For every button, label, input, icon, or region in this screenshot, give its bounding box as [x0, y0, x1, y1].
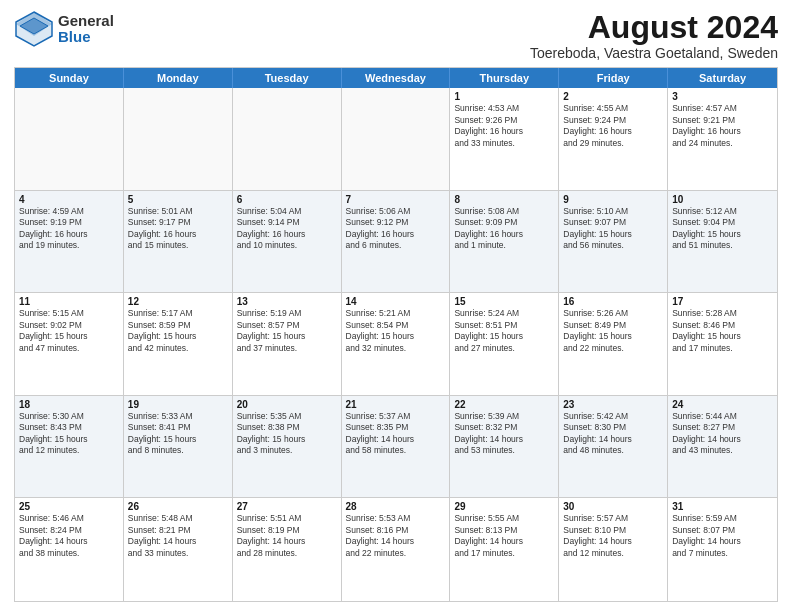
day-info: Sunrise: 5:51 AM Sunset: 8:19 PM Dayligh… — [237, 513, 337, 559]
day-info: Sunrise: 5:35 AM Sunset: 8:38 PM Dayligh… — [237, 411, 337, 457]
calendar-cell: 19Sunrise: 5:33 AM Sunset: 8:41 PM Dayli… — [124, 396, 233, 498]
calendar-cell: 26Sunrise: 5:48 AM Sunset: 8:21 PM Dayli… — [124, 498, 233, 601]
day-info: Sunrise: 5:06 AM Sunset: 9:12 PM Dayligh… — [346, 206, 446, 252]
day-number: 2 — [563, 91, 663, 102]
day-number: 7 — [346, 194, 446, 205]
calendar-cell: 22Sunrise: 5:39 AM Sunset: 8:32 PM Dayli… — [450, 396, 559, 498]
logo: General Blue — [14, 10, 114, 48]
calendar-cell: 10Sunrise: 5:12 AM Sunset: 9:04 PM Dayli… — [668, 191, 777, 293]
day-number: 19 — [128, 399, 228, 410]
calendar-cell: 2Sunrise: 4:55 AM Sunset: 9:24 PM Daylig… — [559, 88, 668, 190]
day-info: Sunrise: 5:39 AM Sunset: 8:32 PM Dayligh… — [454, 411, 554, 457]
day-number: 10 — [672, 194, 773, 205]
day-info: Sunrise: 5:53 AM Sunset: 8:16 PM Dayligh… — [346, 513, 446, 559]
page: General Blue August 2024 Toereboda, Vaes… — [0, 0, 792, 612]
day-number: 13 — [237, 296, 337, 307]
calendar-cell: 11Sunrise: 5:15 AM Sunset: 9:02 PM Dayli… — [15, 293, 124, 395]
calendar-cell: 24Sunrise: 5:44 AM Sunset: 8:27 PM Dayli… — [668, 396, 777, 498]
day-number: 16 — [563, 296, 663, 307]
calendar-header-cell: Saturday — [668, 68, 777, 88]
day-info: Sunrise: 4:55 AM Sunset: 9:24 PM Dayligh… — [563, 103, 663, 149]
day-number: 14 — [346, 296, 446, 307]
day-info: Sunrise: 5:12 AM Sunset: 9:04 PM Dayligh… — [672, 206, 773, 252]
calendar-cell: 4Sunrise: 4:59 AM Sunset: 9:19 PM Daylig… — [15, 191, 124, 293]
day-info: Sunrise: 5:01 AM Sunset: 9:17 PM Dayligh… — [128, 206, 228, 252]
day-number: 18 — [19, 399, 119, 410]
day-info: Sunrise: 5:55 AM Sunset: 8:13 PM Dayligh… — [454, 513, 554, 559]
day-info: Sunrise: 5:21 AM Sunset: 8:54 PM Dayligh… — [346, 308, 446, 354]
day-number: 17 — [672, 296, 773, 307]
day-info: Sunrise: 5:42 AM Sunset: 8:30 PM Dayligh… — [563, 411, 663, 457]
calendar-cell: 1Sunrise: 4:53 AM Sunset: 9:26 PM Daylig… — [450, 88, 559, 190]
day-number: 21 — [346, 399, 446, 410]
calendar-cell: 3Sunrise: 4:57 AM Sunset: 9:21 PM Daylig… — [668, 88, 777, 190]
day-number: 22 — [454, 399, 554, 410]
logo-text: General Blue — [58, 13, 114, 46]
calendar-header-cell: Tuesday — [233, 68, 342, 88]
day-info: Sunrise: 5:30 AM Sunset: 8:43 PM Dayligh… — [19, 411, 119, 457]
day-number: 27 — [237, 501, 337, 512]
calendar-cell: 21Sunrise: 5:37 AM Sunset: 8:35 PM Dayli… — [342, 396, 451, 498]
day-info: Sunrise: 5:46 AM Sunset: 8:24 PM Dayligh… — [19, 513, 119, 559]
day-info: Sunrise: 5:48 AM Sunset: 8:21 PM Dayligh… — [128, 513, 228, 559]
day-info: Sunrise: 5:15 AM Sunset: 9:02 PM Dayligh… — [19, 308, 119, 354]
calendar-cell: 29Sunrise: 5:55 AM Sunset: 8:13 PM Dayli… — [450, 498, 559, 601]
calendar-week: 11Sunrise: 5:15 AM Sunset: 9:02 PM Dayli… — [15, 293, 777, 396]
calendar-cell: 12Sunrise: 5:17 AM Sunset: 8:59 PM Dayli… — [124, 293, 233, 395]
calendar-week: 18Sunrise: 5:30 AM Sunset: 8:43 PM Dayli… — [15, 396, 777, 499]
day-number: 29 — [454, 501, 554, 512]
day-number: 24 — [672, 399, 773, 410]
day-number: 31 — [672, 501, 773, 512]
day-number: 25 — [19, 501, 119, 512]
calendar-week: 25Sunrise: 5:46 AM Sunset: 8:24 PM Dayli… — [15, 498, 777, 601]
day-number: 26 — [128, 501, 228, 512]
day-number: 12 — [128, 296, 228, 307]
day-info: Sunrise: 4:57 AM Sunset: 9:21 PM Dayligh… — [672, 103, 773, 149]
day-info: Sunrise: 5:08 AM Sunset: 9:09 PM Dayligh… — [454, 206, 554, 252]
day-number: 20 — [237, 399, 337, 410]
day-number: 5 — [128, 194, 228, 205]
day-number: 3 — [672, 91, 773, 102]
page-subtitle: Toereboda, Vaestra Goetaland, Sweden — [530, 45, 778, 61]
day-info: Sunrise: 4:59 AM Sunset: 9:19 PM Dayligh… — [19, 206, 119, 252]
day-info: Sunrise: 5:24 AM Sunset: 8:51 PM Dayligh… — [454, 308, 554, 354]
day-info: Sunrise: 5:10 AM Sunset: 9:07 PM Dayligh… — [563, 206, 663, 252]
day-number: 4 — [19, 194, 119, 205]
day-info: Sunrise: 5:59 AM Sunset: 8:07 PM Dayligh… — [672, 513, 773, 559]
calendar-cell: 27Sunrise: 5:51 AM Sunset: 8:19 PM Dayli… — [233, 498, 342, 601]
day-info: Sunrise: 5:37 AM Sunset: 8:35 PM Dayligh… — [346, 411, 446, 457]
calendar-cell: 8Sunrise: 5:08 AM Sunset: 9:09 PM Daylig… — [450, 191, 559, 293]
calendar-cell: 18Sunrise: 5:30 AM Sunset: 8:43 PM Dayli… — [15, 396, 124, 498]
day-info: Sunrise: 5:28 AM Sunset: 8:46 PM Dayligh… — [672, 308, 773, 354]
day-info: Sunrise: 5:17 AM Sunset: 8:59 PM Dayligh… — [128, 308, 228, 354]
calendar-cell: 5Sunrise: 5:01 AM Sunset: 9:17 PM Daylig… — [124, 191, 233, 293]
logo-blue: Blue — [58, 29, 114, 46]
calendar-cell: 20Sunrise: 5:35 AM Sunset: 8:38 PM Dayli… — [233, 396, 342, 498]
calendar-week: 4Sunrise: 4:59 AM Sunset: 9:19 PM Daylig… — [15, 191, 777, 294]
calendar-cell: 23Sunrise: 5:42 AM Sunset: 8:30 PM Dayli… — [559, 396, 668, 498]
calendar-header-cell: Wednesday — [342, 68, 451, 88]
calendar-header-cell: Friday — [559, 68, 668, 88]
calendar-cell: 9Sunrise: 5:10 AM Sunset: 9:07 PM Daylig… — [559, 191, 668, 293]
day-number: 1 — [454, 91, 554, 102]
calendar-week: 1Sunrise: 4:53 AM Sunset: 9:26 PM Daylig… — [15, 88, 777, 191]
calendar-cell: 30Sunrise: 5:57 AM Sunset: 8:10 PM Dayli… — [559, 498, 668, 601]
header: General Blue August 2024 Toereboda, Vaes… — [14, 10, 778, 61]
calendar-cell: 17Sunrise: 5:28 AM Sunset: 8:46 PM Dayli… — [668, 293, 777, 395]
calendar: SundayMondayTuesdayWednesdayThursdayFrid… — [14, 67, 778, 602]
calendar-cell-empty — [233, 88, 342, 190]
day-number: 28 — [346, 501, 446, 512]
calendar-cell-empty — [342, 88, 451, 190]
calendar-header-cell: Sunday — [15, 68, 124, 88]
calendar-header-cell: Thursday — [450, 68, 559, 88]
title-block: August 2024 Toereboda, Vaestra Goetaland… — [530, 10, 778, 61]
day-number: 15 — [454, 296, 554, 307]
day-number: 8 — [454, 194, 554, 205]
day-info: Sunrise: 4:53 AM Sunset: 9:26 PM Dayligh… — [454, 103, 554, 149]
calendar-header-cell: Monday — [124, 68, 233, 88]
day-info: Sunrise: 5:33 AM Sunset: 8:41 PM Dayligh… — [128, 411, 228, 457]
logo-icon — [14, 10, 54, 48]
calendar-body: 1Sunrise: 4:53 AM Sunset: 9:26 PM Daylig… — [15, 88, 777, 601]
day-info: Sunrise: 5:19 AM Sunset: 8:57 PM Dayligh… — [237, 308, 337, 354]
day-number: 23 — [563, 399, 663, 410]
